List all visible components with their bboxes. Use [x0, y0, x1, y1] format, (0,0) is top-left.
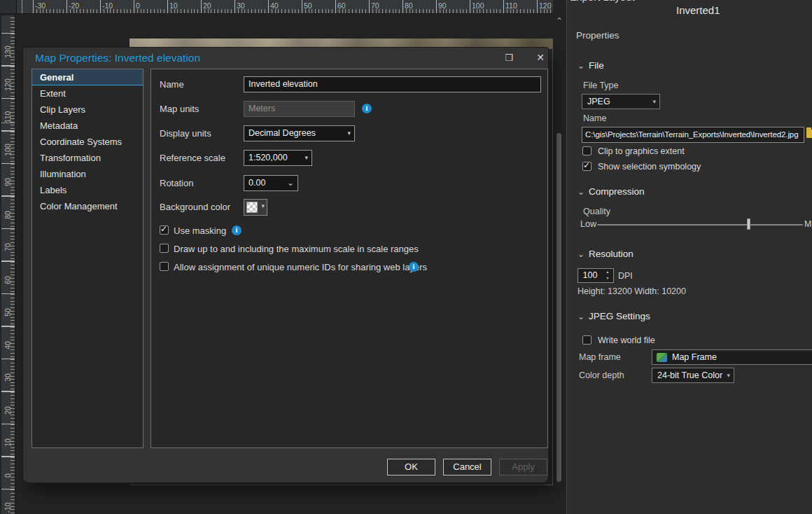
ruler-label: 50	[4, 305, 12, 320]
chevron-down-icon: ▾	[347, 126, 351, 141]
tab-extent[interactable]: Extent	[32, 85, 143, 102]
scroll-up-icon[interactable]: ⌃	[554, 15, 564, 25]
dpi-spinner[interactable]: 100 ▴ ▾	[578, 268, 614, 283]
section-label: JPEG Settings	[589, 311, 650, 321]
close-icon[interactable]: ✕	[533, 51, 548, 64]
chevron-down-icon: ▾	[261, 202, 265, 209]
file-section-header[interactable]: ⌄File	[578, 60, 604, 71]
spinner-down-icon[interactable]: ▾	[603, 275, 612, 282]
checkbox-box: ✓	[582, 335, 592, 345]
info-icon[interactable]: i	[409, 262, 419, 272]
ruler-label: 40	[4, 338, 12, 353]
tab-color-management[interactable]: Color Management	[32, 198, 143, 214]
name-label: Name	[160, 79, 184, 90]
ruler-label: 0	[4, 468, 12, 483]
dimensions-text: Height: 13200 Width: 10200	[578, 286, 686, 296]
rotation-value: 0.00	[248, 178, 265, 188]
ruler-label: 120	[539, 1, 552, 10]
ruler-label: 110	[4, 109, 12, 125]
color-depth-dropdown[interactable]: 24-bit True Color ▾	[652, 368, 734, 383]
tab-general[interactable]: General	[32, 69, 143, 85]
map-frame-label: Map frame	[579, 352, 621, 362]
browse-folder-icon[interactable]	[806, 130, 812, 138]
map-properties-dialog: Map Properties: Inverted elevation ❒ ✕ G…	[23, 48, 548, 482]
chevron-down-icon: ▾	[304, 151, 308, 165]
quality-slider-track[interactable]	[597, 224, 803, 225]
ruler-label: 30	[237, 1, 245, 10]
file-type-dropdown[interactable]: JPEG ▾	[582, 94, 660, 109]
display-units-dropdown[interactable]: Decimal Degrees ▾	[244, 125, 355, 141]
resolution-section-header[interactable]: ⌄Resolution	[578, 249, 634, 259]
tab-metadata[interactable]: Metadata	[32, 118, 143, 134]
quality-low-label: Low	[580, 219, 596, 229]
checkbox-box: ✓	[160, 244, 169, 253]
ruler-label: 70	[371, 1, 379, 10]
chevron-down-icon: ⌄	[578, 187, 584, 197]
ruler-label: 80	[4, 207, 12, 223]
display-units-label: Display units	[160, 128, 211, 139]
file-name-input[interactable]: C:\gis\Projects\Terrain\Terrain_Exports\…	[582, 127, 804, 143]
ruler-label: 80	[405, 1, 413, 10]
checkbox-box: ✓	[160, 225, 169, 235]
check-icon: ✓	[583, 160, 590, 170]
section-label: Resolution	[589, 249, 634, 259]
jpeg-settings-section-header[interactable]: ⌄JPEG Settings	[578, 311, 650, 321]
display-units-value: Decimal Degrees	[248, 128, 316, 138]
spinner-up-icon[interactable]: ▴	[603, 269, 612, 275]
checkbox-box: ✓	[160, 262, 169, 271]
chevron-down-icon: ⌄	[578, 249, 584, 259]
ruler-label: 100	[4, 142, 12, 158]
map-units-label: Map units	[160, 104, 199, 114]
quality-slider-handle[interactable]	[747, 218, 750, 230]
cancel-button[interactable]: Cancel	[443, 459, 491, 475]
no-color-swatch	[246, 202, 258, 213]
tab-labels[interactable]: Labels	[32, 182, 143, 198]
rotation-dropdown[interactable]: 0.00 ⌄	[244, 175, 298, 191]
spinner-arrows[interactable]: ▴ ▾	[603, 269, 612, 282]
maximize-icon[interactable]: ❒	[501, 51, 517, 64]
vertical-ruler: 1301201101009080706050403020100-10	[1, 15, 15, 514]
map-frame-value: Map Frame	[672, 352, 717, 362]
ruler-label: 120	[4, 77, 12, 92]
dpi-label: DPI	[618, 271, 633, 281]
apply-button[interactable]: Apply	[499, 459, 547, 475]
checkbox-label: Show selection symbology	[598, 162, 701, 172]
dialog-title: Map Properties: Inverted elevation	[35, 52, 200, 64]
check-icon: ✓	[160, 224, 167, 234]
file-name-label: Name	[583, 113, 606, 123]
dialog-content-general: Name Inverted elevation Map units Meters…	[150, 69, 548, 448]
map-units-input: Meters	[244, 101, 355, 117]
compression-section-header[interactable]: ⌄Compression	[578, 186, 645, 197]
background-color-picker[interactable]: ▾	[244, 199, 267, 216]
section-label: Compression	[589, 186, 645, 197]
arcgis-pro-window: -30-20-100102030405060708090100110120 13…	[0, 0, 812, 514]
tab-coordinate-systems[interactable]: Coordinate Systems	[32, 134, 143, 150]
ruler-label: 40	[270, 1, 279, 10]
map-name-input[interactable]: Inverted elevation	[244, 76, 541, 92]
ruler-label: 10	[169, 1, 178, 10]
ruler-label: 30	[4, 370, 12, 385]
tab-transformation[interactable]: Transformation	[32, 150, 143, 166]
chevron-down-icon: ⌄	[287, 176, 294, 190]
tab-clip-layers[interactable]: Clip Layers	[32, 102, 143, 118]
map-frame-dropdown[interactable]: Map Frame	[652, 349, 812, 365]
ruler-label: 60	[337, 1, 346, 10]
ruler-label: 110	[505, 1, 517, 10]
ruler-label: 60	[4, 272, 12, 288]
info-icon[interactable]: i	[362, 104, 372, 113]
dpi-value: 100	[578, 269, 602, 282]
checkbox-label: Clip to graphics extent	[598, 146, 685, 156]
vertical-scrollbar: ⌃	[554, 15, 565, 514]
info-icon[interactable]: i	[232, 225, 241, 235]
ok-button[interactable]: OK	[387, 459, 435, 475]
chevron-down-icon: ⌄	[578, 312, 584, 321]
scrollbar-thumb[interactable]	[556, 133, 561, 482]
reference-scale-dropdown[interactable]: 1:520,000 ▾	[244, 150, 312, 166]
ruler-label: 10	[4, 435, 12, 450]
checkbox-label: Draw up to and including the maximum sca…	[174, 244, 419, 254]
tab-illumination[interactable]: Illumination	[32, 166, 143, 182]
export-doc-title: Inverted1	[676, 4, 720, 16]
ruler-label: -10	[4, 500, 12, 514]
export-pane: Export Layout Inverted1 Properties ⌄File…	[566, 0, 812, 514]
ruler-label: 20	[203, 1, 211, 10]
